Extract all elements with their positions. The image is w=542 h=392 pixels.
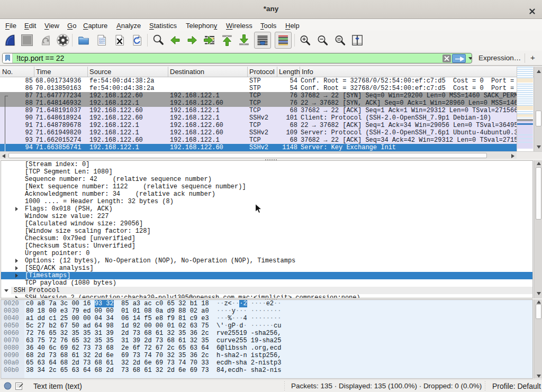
svg-text:0011: 0011 xyxy=(99,42,105,44)
